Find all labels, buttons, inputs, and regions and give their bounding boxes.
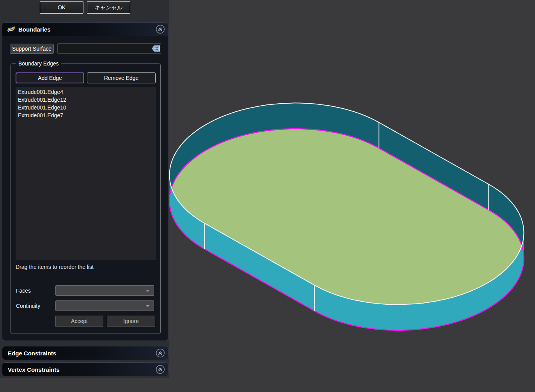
edge-constraints-title: Edge Constraints: [8, 350, 56, 357]
boundaries-collapse-button[interactable]: [156, 25, 165, 34]
boundary-edge-list[interactable]: Extrude001.Edge4 Extrude001.Edge12 Extru…: [16, 87, 156, 260]
vertex-constraints-panel: Vertex Constraints: [2, 362, 168, 376]
accept-button[interactable]: Accept: [55, 316, 103, 327]
chevron-down-icon: [146, 290, 150, 292]
task-panel-column: OK キャンセル Boundaries: [0, 0, 169, 378]
support-surface-input[interactable]: [57, 43, 161, 54]
collapse-chevrons-icon: [156, 365, 165, 374]
list-item[interactable]: Extrude001.Edge4: [16, 88, 156, 96]
add-edge-button[interactable]: Add Edge: [16, 72, 84, 83]
app-window: { "top_buttons": { "ok": "OK", "cancel":…: [0, 0, 535, 392]
boundary-edges-group: Boundary Edges Add Edge Remove Edge Extr…: [11, 64, 161, 334]
faces-label: Faces: [16, 288, 31, 294]
boundaries-panel-header[interactable]: Boundaries: [2, 23, 168, 36]
continuity-dropdown[interactable]: [55, 300, 154, 311]
clear-input-icon[interactable]: [152, 45, 160, 52]
remove-edge-button[interactable]: Remove Edge: [87, 72, 156, 83]
cancel-button[interactable]: キャンセル: [87, 1, 130, 14]
vertex-constraints-collapse-button[interactable]: [156, 365, 165, 374]
boundaries-panel: Boundaries Support Surface Boundary Edge…: [2, 22, 168, 341]
support-surface-button[interactable]: Support Surface: [10, 44, 54, 54]
ignore-button[interactable]: Ignore: [107, 316, 155, 327]
vertex-constraints-header[interactable]: Vertex Constraints: [2, 363, 168, 376]
surface-filling-icon: [7, 26, 15, 33]
edge-constraints-collapse-button[interactable]: [156, 348, 165, 358]
chevron-down-icon: [146, 305, 150, 307]
list-item[interactable]: Extrude001.Edge10: [16, 104, 156, 111]
edge-constraints-header[interactable]: Edge Constraints: [2, 346, 168, 360]
ok-button[interactable]: OK: [40, 1, 83, 14]
vertex-constraints-title: Vertex Constraints: [8, 366, 60, 373]
list-item[interactable]: Extrude001.Edge7: [16, 111, 156, 119]
list-item[interactable]: Extrude001.Edge12: [16, 96, 156, 104]
boundaries-panel-title: Boundaries: [18, 26, 51, 33]
boundary-edges-group-title: Boundary Edges: [16, 60, 61, 67]
viewport-3d[interactable]: [169, 0, 535, 392]
collapse-chevrons-icon: [156, 25, 165, 34]
faces-dropdown[interactable]: [55, 285, 154, 296]
collapse-chevrons-icon: [156, 348, 165, 358]
edge-constraints-panel: Edge Constraints: [2, 346, 168, 359]
drag-reorder-hint: Drag the items to reorder the list: [16, 264, 94, 270]
continuity-label: Continuity: [16, 303, 40, 309]
